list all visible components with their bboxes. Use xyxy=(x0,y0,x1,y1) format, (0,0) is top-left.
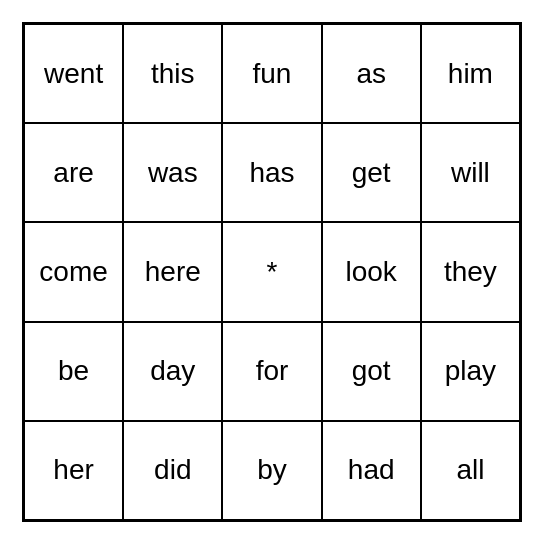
bingo-cell-22: by xyxy=(222,421,321,520)
bingo-cell-13: look xyxy=(322,222,421,321)
bingo-cell-12: * xyxy=(222,222,321,321)
bingo-cell-6: was xyxy=(123,123,222,222)
bingo-cell-17: for xyxy=(222,322,321,421)
bingo-cell-16: day xyxy=(123,322,222,421)
bingo-cell-20: her xyxy=(24,421,123,520)
bingo-cell-1: this xyxy=(123,24,222,123)
bingo-cell-7: has xyxy=(222,123,321,222)
bingo-cell-23: had xyxy=(322,421,421,520)
bingo-cell-4: him xyxy=(421,24,520,123)
bingo-cell-11: here xyxy=(123,222,222,321)
bingo-cell-9: will xyxy=(421,123,520,222)
bingo-card: wentthisfunashimarewashasgetwillcomehere… xyxy=(22,22,522,522)
bingo-cell-0: went xyxy=(24,24,123,123)
bingo-cell-18: got xyxy=(322,322,421,421)
bingo-cell-19: play xyxy=(421,322,520,421)
bingo-cell-8: get xyxy=(322,123,421,222)
bingo-cell-5: are xyxy=(24,123,123,222)
bingo-cell-14: they xyxy=(421,222,520,321)
bingo-cell-10: come xyxy=(24,222,123,321)
bingo-cell-15: be xyxy=(24,322,123,421)
bingo-cell-24: all xyxy=(421,421,520,520)
bingo-cell-21: did xyxy=(123,421,222,520)
bingo-cell-3: as xyxy=(322,24,421,123)
bingo-cell-2: fun xyxy=(222,24,321,123)
